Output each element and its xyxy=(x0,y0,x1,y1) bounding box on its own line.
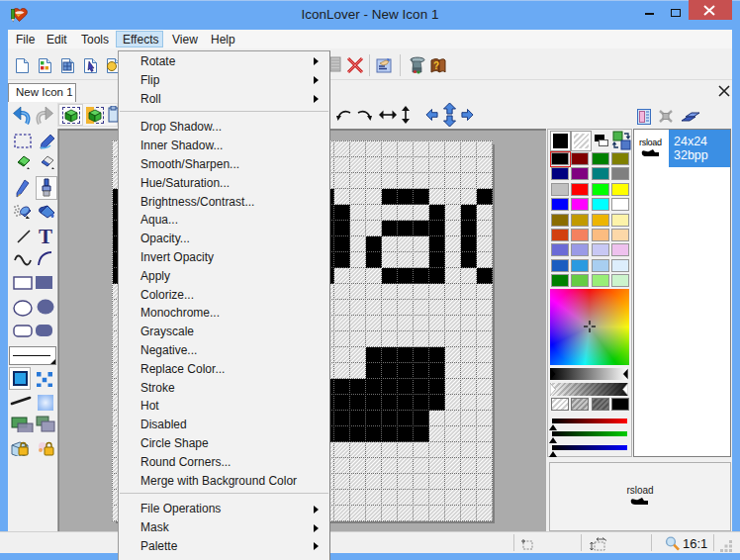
svg-text:?: ? xyxy=(433,60,439,71)
